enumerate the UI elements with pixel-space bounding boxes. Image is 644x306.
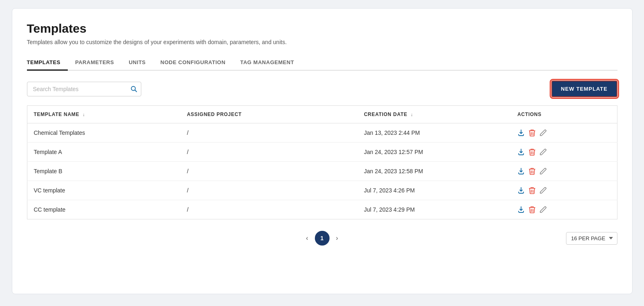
cell-date-4: Jul 7, 2023 4:29 PM: [357, 200, 511, 219]
table-row: Chemical Templates / Jan 13, 2023 2:44 P…: [27, 123, 617, 143]
search-icon: [131, 86, 137, 92]
col-header-date[interactable]: CREATION DATE ↓: [357, 106, 511, 123]
cell-date-2: Jan 24, 2023 12:58 PM: [357, 162, 511, 181]
cell-actions-3: [511, 181, 617, 200]
edit-icon-3[interactable]: [539, 187, 547, 194]
cell-actions-4: [511, 200, 617, 219]
cell-project-2: /: [180, 162, 358, 181]
table-row: Template B / Jan 24, 2023 12:58 PM: [27, 162, 617, 181]
edit-icon-0[interactable]: [539, 129, 547, 136]
delete-icon-0[interactable]: [529, 129, 535, 136]
per-page-wrapper: 16 PER PAGE 32 PER PAGE 64 PER PAGE: [566, 232, 617, 245]
tab-node-configuration[interactable]: NODE CONFIGURATION: [160, 55, 233, 71]
cell-project-3: /: [180, 181, 358, 200]
new-template-button[interactable]: NEW TEMPLATE: [551, 80, 617, 97]
page-title: Templates: [27, 22, 617, 36]
tab-parameters[interactable]: PARAMETERS: [75, 55, 121, 71]
delete-icon-2[interactable]: [529, 168, 535, 175]
prev-page-button[interactable]: ‹: [303, 233, 311, 243]
page-subtitle: Templates allow you to customize the des…: [27, 39, 617, 45]
table-row: Template A / Jan 24, 2023 12:57 PM: [27, 143, 617, 162]
cell-project-1: /: [180, 143, 358, 162]
cell-name-1: Template A: [27, 143, 180, 162]
search-button[interactable]: [131, 86, 137, 92]
cell-actions-2: [511, 162, 617, 181]
table-row: CC template / Jul 7, 2023 4:29 PM: [27, 200, 617, 219]
pagination: ‹ 1 › 16 PER PAGE 32 PER PAGE 64 PER PAG…: [27, 231, 617, 246]
per-page-select[interactable]: 16 PER PAGE 32 PER PAGE 64 PER PAGE: [566, 232, 617, 245]
cell-name-0: Chemical Templates: [27, 123, 180, 143]
col-header-name[interactable]: TEMPLATE NAME ↓: [27, 106, 180, 123]
cell-date-3: Jul 7, 2023 4:26 PM: [357, 181, 511, 200]
delete-icon-1[interactable]: [529, 148, 535, 156]
tabs-bar: TEMPLATES PARAMETERS UNITS NODE CONFIGUR…: [27, 55, 617, 71]
tab-templates[interactable]: TEMPLATES: [27, 55, 68, 71]
toolbar: NEW TEMPLATE: [27, 80, 617, 97]
search-wrapper: [27, 82, 141, 96]
delete-icon-4[interactable]: [529, 206, 535, 213]
edit-icon-2[interactable]: [539, 168, 547, 175]
search-input[interactable]: [27, 82, 141, 96]
cell-date-0: Jan 13, 2023 2:44 PM: [357, 123, 511, 143]
sort-arrow-date: ↓: [411, 112, 413, 117]
edit-icon-1[interactable]: [539, 148, 547, 156]
cell-name-2: Template B: [27, 162, 180, 181]
download-icon-4[interactable]: [517, 206, 525, 213]
cell-actions-1: [511, 143, 617, 162]
next-page-button[interactable]: ›: [333, 233, 341, 243]
tab-tag-management[interactable]: TAG MANAGEMENT: [240, 55, 301, 71]
cell-project-0: /: [180, 123, 358, 143]
col-header-project: ASSIGNED PROJECT: [180, 106, 358, 123]
cell-name-3: VC template: [27, 181, 180, 200]
delete-icon-3[interactable]: [529, 187, 535, 194]
templates-table: TEMPLATE NAME ↓ ASSIGNED PROJECT CREATIO…: [27, 105, 617, 219]
cell-name-4: CC template: [27, 200, 180, 219]
col-header-actions: ACTIONS: [511, 106, 617, 123]
page-container: Templates Templates allow you to customi…: [12, 8, 633, 294]
download-icon-2[interactable]: [517, 168, 525, 175]
table-row: VC template / Jul 7, 2023 4:26 PM: [27, 181, 617, 200]
svg-line-1: [135, 90, 136, 92]
download-icon-0[interactable]: [517, 129, 525, 136]
download-icon-1[interactable]: [517, 148, 525, 156]
sort-arrow-name: ↓: [82, 112, 85, 117]
download-icon-3[interactable]: [517, 187, 525, 194]
cell-project-4: /: [180, 200, 358, 219]
cell-date-1: Jan 24, 2023 12:57 PM: [357, 143, 511, 162]
edit-icon-4[interactable]: [539, 206, 547, 213]
cell-actions-0: [511, 123, 617, 143]
tab-units[interactable]: UNITS: [129, 55, 153, 71]
page-1-button[interactable]: 1: [315, 231, 330, 246]
